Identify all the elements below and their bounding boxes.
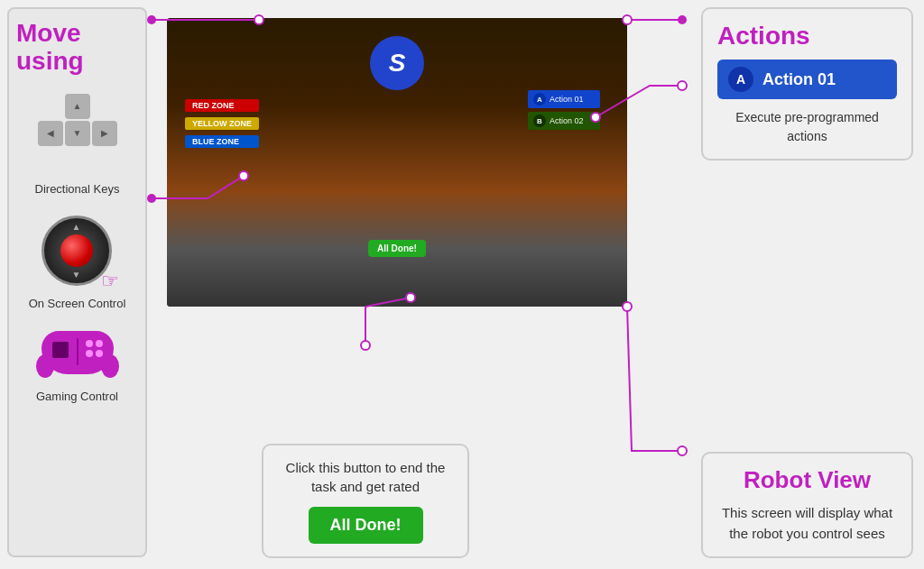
robotview-title: Robot View: [717, 466, 897, 494]
action-btn-b[interactable]: B Action 02: [528, 112, 600, 130]
controller-center-line: [77, 338, 79, 365]
gaming-control-label: Gaming Control: [36, 390, 118, 404]
all-done-button[interactable]: All Done!: [309, 507, 423, 544]
dir-key-empty-bl: [38, 148, 63, 173]
actions-title: Actions: [717, 22, 897, 50]
action-btn-a[interactable]: A Action 01: [528, 90, 600, 108]
svg-point-6: [147, 194, 156, 203]
controller-body: [42, 331, 114, 374]
directional-keys-group: ▲ ◀ ▼ ▶: [38, 94, 117, 173]
alldone-text: Click this button to end the task and ge…: [278, 458, 453, 496]
controller-left-grip: [36, 354, 54, 378]
action-item-box: A Action 01: [717, 60, 897, 99]
callout-alldone: Click this button to end the task and ge…: [262, 444, 469, 558]
action-b-label: Action 02: [550, 116, 584, 125]
directional-keys-label: Directional Keys: [35, 182, 120, 197]
controller-buttons: [86, 340, 103, 357]
ctrl-btn-1: [86, 340, 93, 347]
callout-actions: Actions A Action 01 Execute pre-programm…: [701, 7, 913, 161]
red-zone-sign: RED ZONE: [185, 99, 259, 112]
svg-point-4: [678, 15, 687, 24]
dir-key-right[interactable]: ▶: [92, 121, 117, 146]
dir-key-left[interactable]: ◀: [38, 121, 63, 146]
ctrl-btn-3: [86, 350, 93, 357]
gaming-controller[interactable]: [42, 331, 114, 381]
dir-key-up[interactable]: ▲: [65, 94, 90, 119]
action-a-letter: A: [533, 93, 546, 106]
blue-zone-sign: BLUE ZONE: [185, 135, 259, 148]
robotview-text: This screen will display what the robot …: [717, 503, 897, 544]
dir-key-down[interactable]: ▼: [65, 121, 90, 146]
main-viewport: S RED ZONE YELLOW ZONE BLUE ZONE A Actio…: [167, 18, 627, 307]
action-item-letter: A: [728, 67, 753, 92]
svg-point-8: [678, 81, 687, 90]
sidebar-title: Move using: [16, 20, 138, 76]
sidebar: Move using ▲ ◀ ▼ ▶ Directional Keys ▲ ▼ …: [7, 7, 147, 557]
dir-key-empty-bm: [65, 148, 90, 173]
viewport-inner: S RED ZONE YELLOW ZONE BLUE ZONE A Actio…: [167, 18, 627, 307]
ctrl-btn-4: [96, 350, 103, 357]
callout-robotview: Robot View This screen will display what…: [701, 452, 913, 558]
controller-dpad: [52, 342, 69, 358]
dir-key-empty-br: [92, 148, 117, 173]
action-overlay: A Action 01 B Action 02: [528, 90, 600, 130]
action-item-name: Action 01: [762, 70, 836, 89]
building-logo: S: [370, 36, 424, 90]
joystick[interactable]: ▲ ▼ ☞: [42, 216, 114, 288]
svg-point-1: [147, 15, 156, 24]
dir-key-empty-tl: [38, 94, 63, 119]
ctrl-btn-2: [96, 340, 103, 347]
joystick-arrow-down: ▼: [72, 270, 81, 280]
cursor-icon: ☞: [101, 270, 119, 293]
joystick-ball: [60, 234, 93, 267]
svg-point-10: [361, 341, 370, 350]
all-done-overlay-button: All Done!: [368, 240, 426, 257]
joystick-arrow-up: ▲: [72, 222, 81, 232]
dir-key-empty-tr: [92, 94, 117, 119]
onscreen-control-label: On Screen Control: [29, 297, 126, 311]
action-b-letter: B: [533, 115, 546, 127]
action-description: Execute pre-programmed actions: [717, 108, 897, 146]
yellow-zone-sign: YELLOW ZONE: [185, 117, 259, 130]
svg-point-12: [678, 446, 687, 455]
controller-right-grip: [101, 354, 119, 378]
action-a-label: Action 01: [550, 95, 584, 104]
zone-signs: RED ZONE YELLOW ZONE BLUE ZONE: [185, 99, 259, 148]
